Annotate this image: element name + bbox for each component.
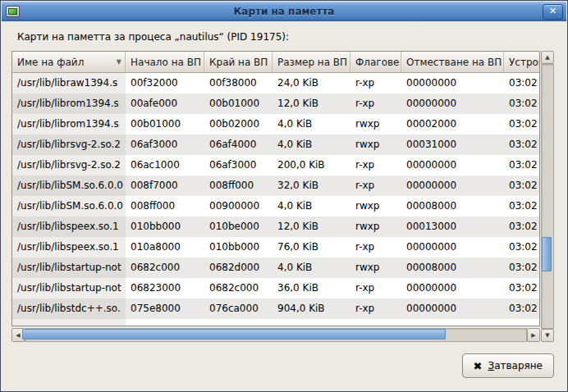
column-header-label: Флагове — [355, 57, 399, 68]
horizontal-scrollbar[interactable]: ◀ ▶ — [11, 328, 540, 342]
table-cell: /usr/lib/libspeex.so.1 — [12, 217, 126, 237]
table-cell: 03:02 — [504, 134, 539, 155]
column-header-1[interactable]: Име на файл▼ — [12, 52, 126, 73]
table-cell: /usr/lib/libraw1394.s — [12, 73, 126, 93]
table-cell: 008ff000 — [126, 196, 204, 217]
table-row[interactable]: /usr/lib/librom1394.s00b0100000b020004,0… — [12, 114, 539, 134]
table-row[interactable]: /usr/lib/libSM.so.6.0.0008ff000009000004… — [12, 196, 539, 217]
table-cell: 03:02 — [504, 73, 539, 93]
horizontal-scrollbar-thumb[interactable] — [22, 329, 446, 340]
table-cell: 075e8000 — [126, 299, 204, 319]
table-cell: 4,0 KiB — [273, 258, 350, 278]
table-cell: 03:02 — [504, 114, 539, 134]
column-header-3[interactable]: Край на ВП — [204, 52, 273, 73]
table-cell: 0682d000 — [204, 258, 273, 278]
table-cell: 12,0 KiB — [273, 93, 350, 114]
table-cell: /usr/lib/libstdc++.so. — [12, 299, 126, 319]
table-cell: r-xp — [350, 278, 401, 299]
table-cell: 00f38000 — [204, 73, 273, 93]
table-cell: 00900000 — [204, 196, 273, 217]
table-header: Име на файл▼Начало на ВПКрай на ВПРазмер… — [12, 52, 539, 73]
table-cell: /usr/lib/libstartup-not — [12, 278, 126, 299]
table-cell: 06ac1000 — [126, 155, 204, 175]
table-cell: rwxp — [350, 114, 401, 134]
table-cell: r-xp — [350, 299, 401, 319]
table-row[interactable]: /usr/lib/librsvg-2.so.206ac100006af30002… — [12, 155, 539, 175]
vertical-scrollbar[interactable]: ▲ ▼ — [541, 51, 554, 342]
table-cell: 03:02 — [504, 175, 539, 196]
scroll-down-icon[interactable]: ▼ — [541, 329, 554, 342]
table-cell: r-xp — [350, 237, 401, 258]
titlebar[interactable]: Карти на паметта ✕ — [2, 2, 566, 21]
table-row[interactable]: /usr/lib/libspeex.so.1010a8000010bb00076… — [12, 237, 539, 258]
table-cell: 32,0 KiB — [273, 175, 350, 196]
table-cell: 0682c000 — [204, 278, 273, 299]
table-row[interactable]: /usr/lib/libstdc++.so.075e8000076ca00090… — [12, 299, 539, 319]
table-cell: r-xp — [350, 155, 401, 175]
process-description-label: Карти на паметта за процеса „nautilus“ (… — [17, 31, 289, 43]
table-cell: 00b01000 — [204, 93, 273, 114]
table-row[interactable]: /usr/lib/libstartup-not068230000682c0003… — [12, 278, 539, 299]
table-cell: /usr/lib/libstartup-not — [12, 258, 126, 278]
table-cell: 00013000 — [401, 217, 504, 237]
table-cell: /usr/lib/libSM.so.6.0.0 — [12, 175, 126, 196]
table-row[interactable]: /usr/lib/libspeex.so.1010bb000010be00012… — [12, 217, 539, 237]
column-header-4[interactable]: Размер на ВП — [273, 52, 350, 73]
column-header-5[interactable]: Флагове — [350, 52, 401, 73]
table-cell: 200,0 KiB — [273, 155, 350, 175]
table-cell: 010a8000 — [126, 237, 204, 258]
table-cell: /usr/lib/libSM.so.6.0.0 — [12, 196, 126, 217]
table-cell: 03:02 — [504, 217, 539, 237]
table-cell: 010bb000 — [204, 237, 273, 258]
column-header-7[interactable]: Устрой — [504, 52, 539, 73]
table-cell: 0682c000 — [126, 258, 204, 278]
vertical-scrollbar-trough[interactable] — [541, 64, 554, 329]
table-row[interactable]: /usr/lib/librom1394.s00afe00000b0100012,… — [12, 93, 539, 114]
table-cell: 06823000 — [126, 278, 204, 299]
table-row[interactable]: /usr/lib/libstartup-not0682c0000682d0004… — [12, 258, 539, 278]
column-header-label: Отместване на ВП — [406, 57, 502, 68]
scroll-right-icon[interactable]: ▶ — [527, 328, 540, 342]
table-cell: 010be000 — [204, 217, 273, 237]
table-cell: 00f32000 — [126, 73, 204, 93]
memory-maps-dialog: Карти на паметта ✕ Карти на паметта за п… — [0, 0, 568, 392]
close-button-label: Затваряне — [488, 360, 543, 371]
table-cell: /usr/lib/librsvg-2.so.2 — [12, 155, 126, 175]
table-cell: 76,0 KiB — [273, 237, 350, 258]
window-close-icon[interactable]: ✕ — [543, 4, 563, 20]
table-cell: r-xp — [350, 93, 401, 114]
column-header-2[interactable]: Начало на ВП — [126, 52, 204, 73]
table-cell: rwxp — [350, 134, 401, 155]
table-cell: 03:02 — [504, 237, 539, 258]
table-cell: 12,0 KiB — [273, 217, 350, 237]
table-row[interactable]: /usr/lib/librsvg-2.so.206af300006af40004… — [12, 134, 539, 155]
table-cell: /usr/lib/librom1394.s — [12, 114, 126, 134]
column-header-label: Име на файл — [17, 57, 84, 68]
table-cell: /usr/lib/librom1394.s — [12, 93, 126, 114]
vertical-scrollbar-thumb[interactable] — [542, 237, 552, 271]
table-row-partial[interactable] — [12, 319, 539, 326]
table-cell: 00000000 — [401, 237, 504, 258]
table-cell: 03:02 — [504, 299, 539, 319]
table-cell: 00b02000 — [204, 114, 273, 134]
table-row[interactable]: /usr/lib/libSM.so.6.0.0008f7000008ff0003… — [12, 175, 539, 196]
table-cell: 00000000 — [401, 155, 504, 175]
sort-descending-icon: ▼ — [113, 58, 121, 66]
table-cell: 00000000 — [401, 299, 504, 319]
table-row[interactable]: /usr/lib/libraw1394.s00f3200000f3800024,… — [12, 73, 539, 93]
table-cell: 00000000 — [401, 73, 504, 93]
scroll-up-icon[interactable]: ▲ — [541, 51, 554, 64]
table-cell: 00031000 — [401, 134, 504, 155]
close-button[interactable]: ✖ Затваряне — [462, 353, 554, 378]
table-cell: 06af4000 — [204, 134, 273, 155]
table-cell: 03:02 — [504, 93, 539, 114]
table-cell: /usr/lib/librsvg-2.so.2 — [12, 134, 126, 155]
table-cell: rwxp — [350, 258, 401, 278]
table-cell: r-xp — [350, 175, 401, 196]
column-header-6[interactable]: Отместване на ВП — [401, 52, 504, 73]
table-cell: rwxp — [350, 217, 401, 237]
table-cell: 36,0 KiB — [273, 278, 350, 299]
table-cell: 00000000 — [401, 175, 504, 196]
table-cell: 904,0 KiB — [273, 299, 350, 319]
column-header-label: Устрой — [509, 57, 539, 68]
